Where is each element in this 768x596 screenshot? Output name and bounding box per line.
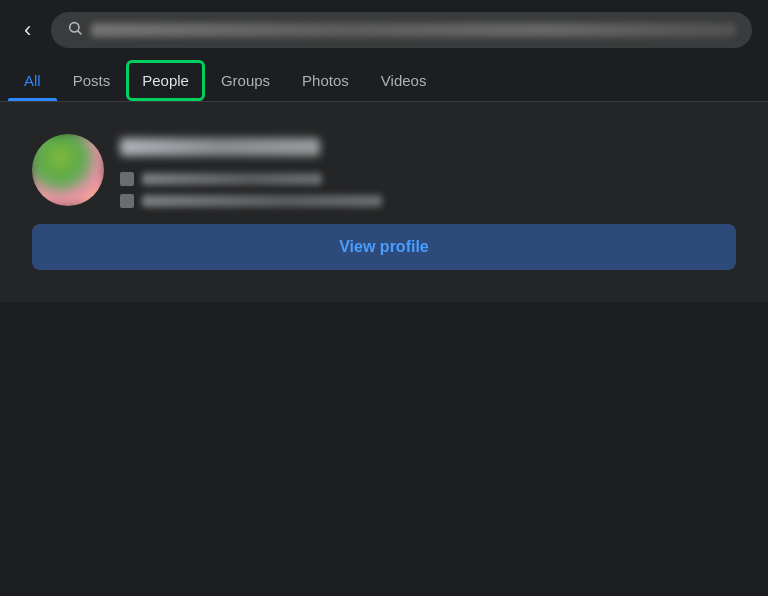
avatar-image — [32, 134, 104, 206]
tab-groups[interactable]: Groups — [205, 60, 286, 101]
tab-people[interactable]: People — [126, 60, 205, 101]
nav-tabs: All Posts People Groups Photos Videos — [0, 60, 768, 102]
meta-row-location — [120, 194, 736, 208]
school-icon — [120, 172, 134, 186]
tab-videos[interactable]: Videos — [365, 60, 443, 101]
search-query-blurred — [91, 23, 736, 37]
view-profile-button[interactable]: View profile — [32, 224, 736, 270]
top-bar: ‹ — [0, 0, 768, 60]
tab-posts[interactable]: Posts — [57, 60, 127, 101]
tab-all[interactable]: All — [8, 60, 57, 101]
person-details — [120, 134, 736, 208]
person-card: View profile — [16, 118, 752, 286]
back-button[interactable]: ‹ — [16, 15, 39, 45]
meta-row-school — [120, 172, 736, 186]
person-meta — [120, 172, 736, 208]
location-icon — [120, 194, 134, 208]
person-name-blurred — [120, 138, 320, 156]
tab-photos[interactable]: Photos — [286, 60, 365, 101]
school-text-blurred — [142, 173, 322, 185]
location-text-blurred — [142, 195, 382, 207]
content-area: View profile — [0, 102, 768, 302]
person-info-row — [32, 134, 736, 208]
svg-line-1 — [78, 31, 81, 34]
search-bar[interactable] — [51, 12, 752, 48]
search-icon — [67, 20, 83, 40]
avatar — [32, 134, 104, 206]
